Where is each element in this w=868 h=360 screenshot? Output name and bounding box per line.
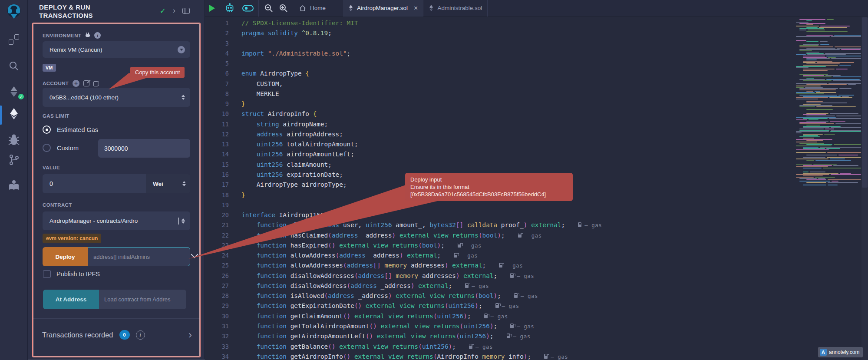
estimated-gas-radio[interactable]: [43, 126, 51, 134]
panel-chevron-right-icon[interactable]: ›: [173, 6, 175, 15]
icon-sidebar: ✓: [0, 0, 28, 360]
value-row: Wei: [43, 174, 190, 193]
code-line: 20interface IAirdrop1155 {: [205, 210, 868, 220]
line-number: 27: [205, 281, 229, 291]
publish-ipfs-checkbox[interactable]: [43, 270, 51, 278]
gas-estimate-hint: – gas: [454, 252, 478, 259]
tab-airdropmanager[interactable]: AirdropManager.sol ×: [343, 0, 423, 17]
deploy-run-icon[interactable]: [0, 107, 28, 120]
gas-estimate-hint: – gas: [578, 222, 602, 228]
environment-label: ENVIRONMENT: [43, 33, 81, 38]
editor-minimap[interactable]: [796, 19, 861, 188]
gas-estimate-hint: – gas: [458, 242, 482, 249]
panel-title: DEPLOY & RUN TRANSACTIONS: [39, 3, 139, 20]
editor-scrollbar-thumb[interactable]: [862, 17, 868, 188]
code-line: 19: [205, 200, 868, 210]
file-explorer-icon[interactable]: [0, 34, 28, 45]
panel-check-icon: ✓: [160, 7, 166, 15]
code-line: 32 function getAirdropAmountLeft() exter…: [205, 331, 868, 341]
learneth-plugin-icon[interactable]: [0, 179, 28, 192]
run-script-icon[interactable]: [209, 5, 215, 12]
remix-logo[interactable]: [0, 3, 28, 20]
custom-gas-radio[interactable]: [43, 144, 51, 152]
edit-account-icon[interactable]: [83, 80, 89, 86]
annotation-line: Ensure its in this format: [410, 183, 568, 191]
code-line: 31 function getTotalAirdropAmount() exte…: [205, 321, 868, 331]
add-account-icon[interactable]: +: [73, 80, 79, 87]
environment-dropdown-icon[interactable]: [178, 46, 185, 53]
debugger-icon[interactable]: [0, 133, 28, 146]
code-line: 3: [205, 39, 868, 49]
tab-administrable[interactable]: Administrable.sol: [423, 0, 488, 17]
code-line: 26 function disallowAddresses(address[] …: [205, 271, 868, 281]
line-number: 20: [205, 210, 229, 220]
close-tab-icon[interactable]: ×: [414, 4, 418, 12]
publish-ipfs-row[interactable]: Publish to IPFS: [43, 270, 100, 278]
solidity-file-icon: [348, 5, 353, 11]
environment-select[interactable]: Remix VM (Cancun): [43, 41, 190, 58]
code-line: 7 CUSTOM,: [205, 79, 868, 89]
expand-constructor-args-icon[interactable]: [191, 251, 198, 258]
code-line: 4import "./Administrable.sol";: [205, 49, 868, 59]
contract-select[interactable]: AirdropManager - contracts/Airdro: [43, 211, 190, 230]
code-line: 25 function allowAddresses(address[] mem…: [205, 261, 868, 271]
section-divider: [32, 318, 201, 319]
annotely-logo-icon: A: [820, 349, 827, 356]
code-line: 10struct AirdropInfo {: [205, 109, 868, 119]
ai-toggle-icon[interactable]: [242, 4, 254, 12]
line-number: 5: [205, 59, 229, 69]
code-line: 33 function getBalance() external view r…: [205, 342, 868, 352]
line-number: 34: [205, 352, 229, 360]
remix-ide-window: ✓ DE: [0, 0, 868, 360]
code-line: 2pragma solidity ^0.8.19;: [205, 28, 868, 38]
custom-gas-option[interactable]: Custom: [43, 144, 79, 152]
contract-value: AirdropManager - contracts/Airdro: [50, 218, 178, 224]
plug-icon[interactable]: [85, 33, 90, 38]
source-control-icon[interactable]: [0, 153, 28, 166]
code-line: 28 function isAllowed(address _address) …: [205, 291, 868, 301]
line-number: 2: [205, 28, 229, 38]
panel-bottom-divider: [28, 359, 205, 360]
tab-home[interactable]: Home: [293, 0, 332, 17]
select-spinner-icon: [182, 95, 185, 100]
transactions-info-icon[interactable]: i: [136, 330, 145, 340]
deploy-button[interactable]: Deploy: [43, 247, 88, 266]
compile-success-badge: ✓: [17, 93, 25, 100]
deploy-args-input[interactable]: [88, 247, 190, 266]
account-select[interactable]: 0x5B3...eddC4 (100 ether): [43, 88, 190, 107]
custom-gas-input[interactable]: [98, 139, 190, 158]
value-input[interactable]: [43, 174, 146, 193]
line-number: 23: [205, 241, 229, 251]
environment-info-icon[interactable]: i: [94, 32, 101, 39]
line-number: 14: [205, 149, 229, 159]
at-address-button[interactable]: At Address: [43, 290, 99, 309]
tab-label: Administrable.sol: [437, 5, 482, 11]
evm-version-badge: evm version: cancun: [43, 234, 101, 243]
value-unit-select[interactable]: Wei: [146, 174, 190, 193]
files-icon: [9, 34, 19, 45]
estimated-gas-option[interactable]: Estimated Gas: [43, 126, 98, 134]
fuel-pump-icon: [454, 253, 457, 258]
code-line: 24 function allowAddress(address _addres…: [205, 251, 868, 261]
line-number: 6: [205, 69, 229, 79]
pin-panel-icon[interactable]: [182, 8, 190, 14]
transactions-expand-icon[interactable]: ›: [188, 330, 192, 339]
fuel-pump-icon: [507, 334, 510, 338]
deploy-run-panel: DEPLOY & RUN TRANSACTIONS ✓ › ENVIRONMEN…: [28, 0, 205, 360]
gas-estimate-hint: – gas: [544, 353, 568, 360]
zoom-out-icon[interactable]: [264, 3, 274, 13]
line-number: 1: [205, 18, 229, 28]
fuel-pump-icon: [495, 303, 499, 308]
gas-estimate-hint: – gas: [518, 232, 542, 239]
copy-account-icon[interactable]: [93, 81, 99, 86]
transactions-recorded-row[interactable]: Transactions recorded 0 i ›: [42, 330, 192, 340]
code-line: 23 function hasExpired() external view r…: [205, 241, 868, 251]
line-number: 21: [205, 220, 229, 230]
fuel-pump-icon: [458, 243, 461, 248]
ai-assistant-icon[interactable]: [224, 3, 235, 13]
zoom-in-icon[interactable]: [279, 3, 288, 13]
contract-label: CONTRACT: [43, 202, 72, 208]
select-spinner-icon: [182, 218, 185, 224]
at-address-input[interactable]: [99, 290, 186, 309]
search-icon[interactable]: [0, 60, 28, 72]
